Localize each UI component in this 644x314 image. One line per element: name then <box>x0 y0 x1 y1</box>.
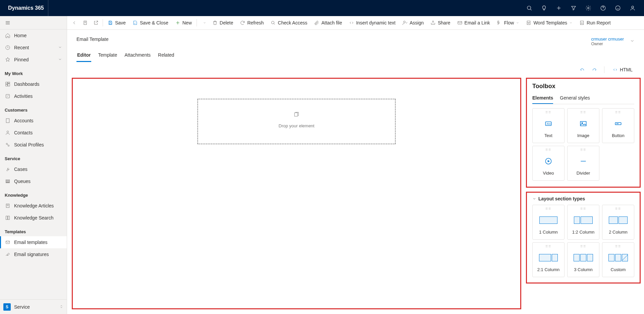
sidebar-item-label: Email signatures <box>14 252 49 257</box>
toolbox-tab-styles[interactable]: General styles <box>560 93 590 104</box>
sidebar-item-knowledge-articles[interactable]: Knowledge Articles <box>0 200 67 212</box>
check-access-button[interactable]: Check Access <box>267 16 311 30</box>
owner-block[interactable]: crmuser crmuser Owner <box>591 37 624 46</box>
user-icon[interactable] <box>625 0 640 16</box>
redo-button[interactable] <box>589 65 599 74</box>
svg-line-44 <box>274 23 275 24</box>
two-column-icon <box>609 210 628 230</box>
toolbox-tab-elements[interactable]: Elements <box>532 93 553 104</box>
element-tile-video[interactable]: ⠿⠿ Video <box>532 146 565 181</box>
tab-related[interactable]: Related <box>157 49 175 62</box>
new-button[interactable]: New <box>172 16 195 30</box>
svg-rect-52 <box>294 113 298 117</box>
form-icon[interactable] <box>80 16 91 30</box>
smiley-icon[interactable] <box>610 0 625 16</box>
svg-rect-20 <box>6 119 9 123</box>
chevron-down-icon <box>58 57 62 62</box>
sidebar-item-label: Social Profiles <box>14 142 44 147</box>
canvas-area[interactable]: Drop your element <box>72 78 521 309</box>
element-tile-button[interactable]: ⠿⠿ Button <box>602 108 634 143</box>
command-bar: Save Save & Close New Delete Refresh Che… <box>67 16 644 30</box>
sidebar-item-label: Dashboards <box>14 81 40 87</box>
sidebar-item-email-templates[interactable]: Email templates <box>0 236 67 248</box>
run-report-button[interactable]: Run Report <box>576 16 614 30</box>
svg-point-0 <box>527 6 531 10</box>
layout-header[interactable]: Layout section types <box>532 196 634 201</box>
sidebar-item-label: Recent <box>14 45 29 50</box>
social-icon <box>5 142 11 147</box>
delete-button[interactable]: Delete <box>209 16 236 30</box>
sidebar-item-label: Accounts <box>14 118 34 123</box>
refresh-button[interactable]: Refresh <box>236 16 267 30</box>
layout-tile-1-2col[interactable]: ⠿⠿ 1:2 Column <box>567 205 599 240</box>
svg-rect-17 <box>8 84 10 86</box>
undo-button[interactable] <box>577 65 587 74</box>
email-link-button[interactable]: Email a Link <box>454 16 493 30</box>
one-two-column-icon <box>574 210 593 230</box>
drop-zone[interactable]: Drop your element <box>198 99 395 144</box>
email-template-icon <box>5 240 11 245</box>
video-icon <box>544 151 553 171</box>
sidebar-item-home[interactable]: Home <box>0 29 67 42</box>
divider-icon <box>579 151 588 171</box>
section-label-customers: Customers <box>0 102 67 115</box>
element-tile-image[interactable]: ⠿⠿ Image <box>567 108 599 143</box>
expand-chevron[interactable] <box>630 39 635 45</box>
insert-dynamic-button[interactable]: Insert dynamic text <box>345 16 399 30</box>
area-switcher[interactable]: S Service <box>0 299 67 314</box>
sidebar-item-queues[interactable]: Queues <box>0 175 67 187</box>
record-tabs: Editor Template Attachments Related <box>67 49 644 62</box>
open-new-icon[interactable] <box>91 16 101 30</box>
sidebar-item-label: Home <box>14 33 26 38</box>
image-icon <box>579 114 588 133</box>
filter-icon[interactable] <box>566 0 581 16</box>
article-icon <box>5 203 11 208</box>
search-icon[interactable] <box>522 0 537 16</box>
tab-attachments[interactable]: Attachments <box>124 49 151 62</box>
tab-template[interactable]: Template <box>97 49 118 62</box>
sidebar-item-accounts[interactable]: Accounts <box>0 115 67 127</box>
plus-icon[interactable] <box>551 0 566 16</box>
drag-handle-icon: ⠿⠿ <box>545 111 551 114</box>
sidebar-item-label: Knowledge Search <box>14 215 54 221</box>
flow-button[interactable]: Flow <box>493 16 523 30</box>
chevron-down-icon <box>58 45 62 50</box>
gear-icon[interactable] <box>581 0 596 16</box>
hamburger-button[interactable] <box>0 16 67 29</box>
sidebar-item-contacts[interactable]: Contacts <box>0 127 67 139</box>
back-button[interactable] <box>69 16 80 30</box>
drop-text: Drop your element <box>201 123 392 128</box>
layout-tile-custom[interactable]: ⠿⠿ Custom <box>602 242 634 277</box>
lightbulb-icon[interactable] <box>537 0 551 16</box>
share-button[interactable]: Share <box>427 16 453 30</box>
element-tile-divider[interactable]: ⠿⠿ Divider <box>567 146 599 181</box>
sidebar-item-email-signatures[interactable]: Email signatures <box>0 248 67 260</box>
word-templates-button[interactable]: Word Templates <box>523 16 576 30</box>
sidebar-item-knowledge-search[interactable]: Knowledge Search <box>0 212 67 224</box>
tab-editor[interactable]: Editor <box>76 49 91 62</box>
toolbox-title: Toolbox <box>532 83 634 90</box>
svg-point-45 <box>404 21 405 23</box>
help-icon[interactable] <box>596 0 610 16</box>
layout-tile-2col[interactable]: ⠿⠿ 2 Column <box>602 205 634 240</box>
layout-tile-3col[interactable]: ⠿⠿ 3 Column <box>567 242 599 277</box>
sidebar-item-pinned[interactable]: Pinned <box>0 54 67 66</box>
html-button[interactable]: HTML <box>609 67 636 72</box>
svg-point-25 <box>7 131 8 133</box>
activity-icon <box>5 93 11 99</box>
layout-tile-2-1col[interactable]: ⠿⠿ 2:1 Column <box>532 242 565 277</box>
save-close-button[interactable]: Save & Close <box>129 16 172 30</box>
attach-file-button[interactable]: Attach file <box>311 16 345 30</box>
new-dropdown[interactable] <box>198 16 209 30</box>
assign-button[interactable]: Assign <box>399 16 427 30</box>
sidebar-item-dashboards[interactable]: Dashboards <box>0 78 67 90</box>
svg-rect-55 <box>580 121 586 126</box>
save-button[interactable]: Save <box>104 16 129 30</box>
sidebar-item-recent[interactable]: Recent <box>0 42 67 54</box>
layout-tile-1col[interactable]: ⠿⠿ 1 Column <box>532 205 565 240</box>
sidebar-item-activities[interactable]: Activities <box>0 90 67 102</box>
record-header: Email Template crmuser crmuser Owner <box>67 30 644 49</box>
sidebar-item-cases[interactable]: Cases <box>0 163 67 175</box>
element-tile-text[interactable]: ⠿⠿ Abc Text <box>532 108 565 143</box>
sidebar-item-social[interactable]: Social Profiles <box>0 139 67 151</box>
